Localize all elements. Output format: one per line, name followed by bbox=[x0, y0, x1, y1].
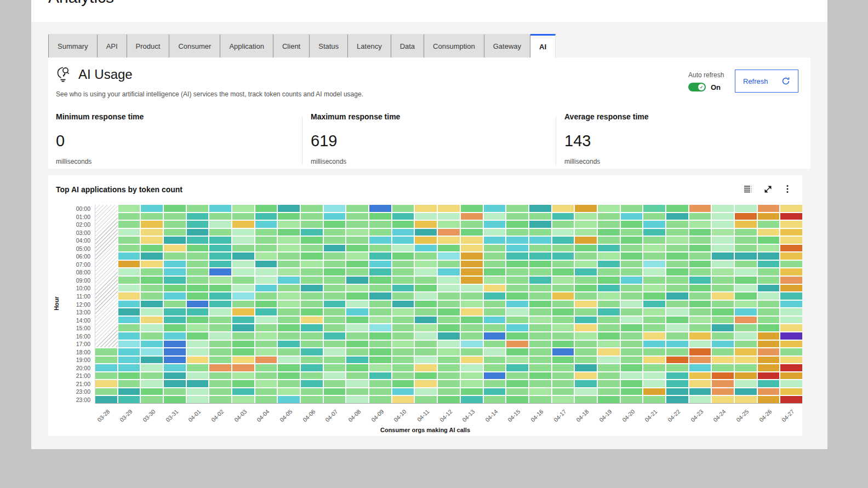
heatmap-cell[interactable] bbox=[735, 348, 757, 355]
heatmap-cell[interactable] bbox=[689, 237, 711, 244]
heatmap-cell[interactable] bbox=[209, 277, 231, 284]
heatmap-cell[interactable] bbox=[438, 364, 460, 371]
heatmap-cell[interactable] bbox=[621, 301, 643, 308]
heatmap-cell[interactable] bbox=[598, 364, 620, 371]
heatmap-cell[interactable] bbox=[621, 292, 643, 300]
heatmap-cell[interactable] bbox=[415, 213, 437, 220]
heatmap-cell[interactable] bbox=[118, 324, 140, 331]
heatmap-cell[interactable] bbox=[141, 252, 163, 260]
heatmap-cell[interactable] bbox=[575, 348, 597, 355]
heatmap-cell[interactable] bbox=[141, 364, 163, 371]
heatmap-cell[interactable] bbox=[712, 285, 734, 292]
heatmap-cell[interactable] bbox=[598, 372, 620, 380]
heatmap-cell[interactable] bbox=[141, 372, 163, 380]
heatmap-cell[interactable] bbox=[575, 357, 597, 364]
heatmap-cell[interactable] bbox=[346, 205, 368, 212]
auto-refresh-toggle[interactable]: ✓ bbox=[688, 83, 706, 91]
heatmap-cell[interactable] bbox=[780, 308, 802, 315]
heatmap-cell[interactable] bbox=[164, 221, 186, 228]
heatmap-cell[interactable] bbox=[552, 252, 574, 260]
heatmap-cell[interactable] bbox=[301, 357, 323, 364]
heatmap-cell[interactable] bbox=[301, 261, 323, 268]
heatmap-cell[interactable] bbox=[346, 364, 368, 371]
heatmap-cell[interactable] bbox=[209, 317, 231, 324]
heatmap-cell[interactable] bbox=[735, 301, 757, 308]
heatmap-cell[interactable] bbox=[643, 237, 665, 244]
heatmap-cell[interactable] bbox=[232, 252, 254, 260]
heatmap-cell[interactable] bbox=[758, 372, 780, 380]
heatmap-cell[interactable] bbox=[392, 348, 414, 355]
heatmap-cell[interactable] bbox=[95, 396, 117, 403]
heatmap-cell[interactable] bbox=[780, 301, 802, 308]
heatmap-cell[interactable] bbox=[506, 252, 528, 260]
heatmap-cell[interactable] bbox=[392, 268, 414, 275]
heatmap-cell[interactable] bbox=[392, 261, 414, 268]
heatmap-cell[interactable] bbox=[324, 324, 346, 331]
heatmap-cell[interactable] bbox=[484, 245, 506, 252]
heatmap-cell[interactable] bbox=[643, 372, 665, 380]
heatmap-cell[interactable] bbox=[438, 213, 460, 220]
heatmap-cell[interactable] bbox=[712, 268, 734, 275]
heatmap-cell[interactable] bbox=[187, 388, 209, 395]
heatmap-cell[interactable] bbox=[529, 229, 551, 236]
heatmap-cell[interactable] bbox=[255, 324, 277, 331]
heatmap-cell[interactable] bbox=[415, 221, 437, 228]
heatmap-cell[interactable] bbox=[415, 229, 437, 236]
heatmap-cell[interactable] bbox=[506, 221, 528, 228]
heatmap-cell[interactable] bbox=[209, 205, 231, 212]
heatmap-cell[interactable] bbox=[758, 380, 780, 387]
heatmap-cell[interactable] bbox=[346, 348, 368, 355]
heatmap-cell[interactable] bbox=[666, 324, 688, 331]
heatmap-cell[interactable] bbox=[415, 388, 437, 395]
heatmap-cell[interactable] bbox=[758, 388, 780, 395]
heatmap-cell[interactable] bbox=[164, 364, 186, 371]
heatmap-cell[interactable] bbox=[552, 205, 574, 212]
heatmap-cell[interactable] bbox=[232, 229, 254, 236]
heatmap-cell[interactable] bbox=[575, 308, 597, 315]
heatmap-cell[interactable] bbox=[712, 301, 734, 308]
heatmap-cell[interactable] bbox=[187, 245, 209, 252]
heatmap-cell[interactable] bbox=[232, 380, 254, 387]
heatmap-cell[interactable] bbox=[712, 292, 734, 300]
heatmap-cell[interactable] bbox=[552, 380, 574, 387]
heatmap-cell[interactable] bbox=[689, 357, 711, 364]
heatmap-cell[interactable] bbox=[438, 292, 460, 300]
heatmap-cell[interactable] bbox=[735, 285, 757, 292]
heatmap-cell[interactable] bbox=[643, 357, 665, 364]
heatmap-cell[interactable] bbox=[621, 372, 643, 380]
heatmap-cell[interactable] bbox=[643, 324, 665, 331]
heatmap-cell[interactable] bbox=[232, 317, 254, 324]
heatmap-cell[interactable] bbox=[324, 317, 346, 324]
heatmap-cell[interactable] bbox=[301, 245, 323, 252]
heatmap-cell[interactable] bbox=[255, 317, 277, 324]
heatmap-cell[interactable] bbox=[552, 388, 574, 395]
heatmap-cell[interactable] bbox=[209, 341, 231, 348]
heatmap-cell[interactable] bbox=[415, 324, 437, 331]
heatmap-cell[interactable] bbox=[484, 324, 506, 331]
heatmap-cell[interactable] bbox=[164, 245, 186, 252]
heatmap-cell[interactable] bbox=[621, 261, 643, 268]
heatmap-cell[interactable] bbox=[255, 245, 277, 252]
heatmap-cell[interactable] bbox=[666, 380, 688, 387]
heatmap-cell[interactable] bbox=[484, 252, 506, 260]
heatmap-cell[interactable] bbox=[461, 372, 483, 380]
heatmap-cell[interactable] bbox=[392, 372, 414, 380]
heatmap-cell[interactable] bbox=[415, 292, 437, 300]
heatmap-cell[interactable] bbox=[621, 341, 643, 348]
heatmap-cell[interactable] bbox=[346, 372, 368, 380]
heatmap-cell[interactable] bbox=[552, 348, 574, 355]
heatmap-cell[interactable] bbox=[598, 252, 620, 260]
heatmap-cell[interactable] bbox=[438, 268, 460, 275]
heatmap-cell[interactable] bbox=[301, 372, 323, 380]
heatmap-cell[interactable] bbox=[164, 285, 186, 292]
heatmap-cell[interactable] bbox=[118, 205, 140, 212]
heatmap-cell[interactable] bbox=[735, 252, 757, 260]
heatmap-cell[interactable] bbox=[232, 341, 254, 348]
heatmap-cell[interactable] bbox=[301, 221, 323, 228]
heatmap-cell[interactable] bbox=[780, 324, 802, 331]
heatmap-cell[interactable] bbox=[255, 372, 277, 380]
heatmap-cell[interactable] bbox=[735, 261, 757, 268]
heatmap-cell[interactable] bbox=[118, 396, 140, 403]
heatmap-cell[interactable] bbox=[369, 261, 391, 268]
heatmap-cell[interactable] bbox=[278, 348, 300, 355]
